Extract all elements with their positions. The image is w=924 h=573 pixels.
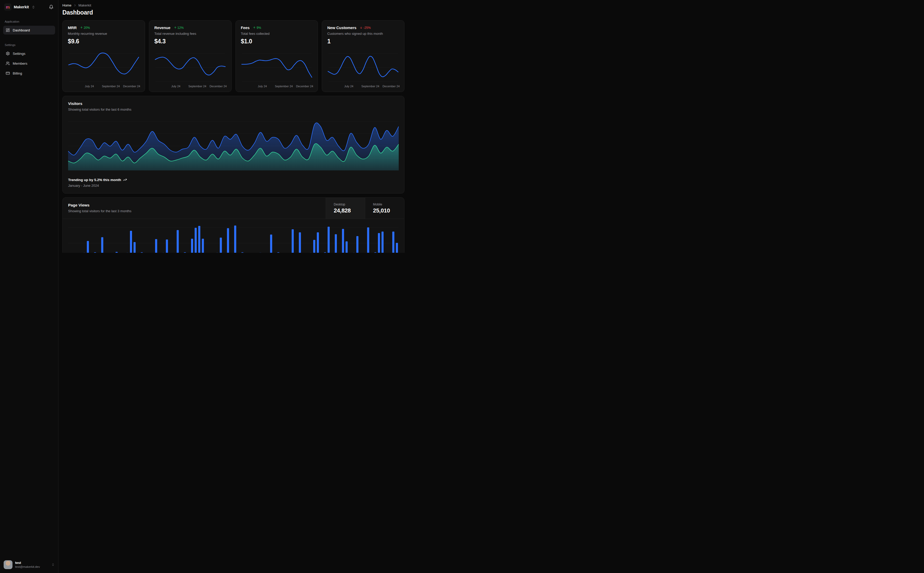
stat-title: New Customers — [327, 25, 356, 30]
stat-value: $9.6 — [68, 38, 140, 45]
trend-badge: 9% — [253, 26, 261, 30]
stat-subtitle: Total fees collected — [241, 32, 313, 36]
stat-title: MRR — [68, 25, 77, 30]
arrow-up-icon — [174, 26, 177, 29]
visitors-subtitle: Showing total visitors for the last 6 mo… — [68, 108, 399, 111]
sidebar: m Makerkit Application Dashboard Setting… — [0, 0, 58, 253]
sparkline-x-axis: July 24 September 24 December 24 — [68, 85, 140, 89]
sparkline-x-axis: July 24 September 24 December 24 — [241, 85, 313, 89]
stat-value: $1.0 — [241, 38, 313, 45]
page-title: Dashboard — [63, 9, 405, 16]
arrow-down-icon — [360, 26, 362, 29]
bell-icon[interactable] — [48, 4, 55, 10]
tab-label: Mobile — [373, 203, 404, 206]
nav-section-label: Application — [3, 20, 55, 23]
page-views-title: Page Views — [68, 203, 320, 207]
sidebar-item-dashboard[interactable]: Dashboard — [3, 26, 55, 34]
stat-card-new-customers: New Customers -25% Customers who signed … — [322, 20, 405, 92]
workspace-name: Makerkit — [14, 5, 29, 9]
page-views-bar-chart — [68, 219, 399, 253]
visitors-footer: Trending up by 5.2% this month — [68, 178, 399, 182]
credit-card-icon — [6, 71, 10, 75]
visitors-period: January - June 2024 — [68, 184, 399, 188]
visitors-area-chart — [68, 119, 399, 171]
tab-mobile[interactable]: Mobile 25,010 — [365, 198, 404, 219]
sidebar-item-label: Members — [13, 61, 27, 66]
main-content: Home Makerkit Dashboard MRR 20% Monthly … — [58, 0, 408, 253]
mrr-sparkline-chart — [68, 49, 140, 82]
trend-badge: 12% — [174, 26, 184, 30]
dashboard-icon — [6, 28, 10, 32]
chevron-right-icon — [73, 4, 77, 7]
arrow-up-icon — [80, 26, 83, 29]
revenue-sparkline-chart — [154, 49, 226, 82]
sidebar-item-settings[interactable]: Settings — [3, 49, 55, 58]
stat-value: 1 — [327, 38, 399, 45]
sidebar-item-members[interactable]: Members — [3, 59, 55, 68]
breadcrumb-current: Makerkit — [78, 3, 91, 7]
sidebar-item-label: Settings — [13, 52, 25, 56]
nav-section-application: Application Dashboard — [0, 13, 58, 36]
sparkline-x-axis: July 24 September 24 December 24 — [154, 85, 226, 89]
trend-badge: 20% — [80, 26, 90, 30]
stat-card-revenue: Revenue 12% Total revenue including fees… — [149, 20, 232, 92]
stats-row: MRR 20% Monthly recurring revenue $9.6 J… — [63, 20, 405, 92]
stat-card-mrr: MRR 20% Monthly recurring revenue $9.6 J… — [63, 20, 145, 92]
nav-section-settings: Settings Settings Members Billing — [0, 36, 58, 79]
stat-subtitle: Customers who signed up this month — [327, 32, 399, 36]
stat-title: Fees — [241, 25, 250, 30]
new-customers-sparkline-chart — [327, 49, 399, 82]
workspace-switcher[interactable]: m Makerkit — [0, 0, 58, 13]
fees-sparkline-chart — [241, 49, 313, 82]
nav-section-label: Settings — [3, 43, 55, 47]
sparkline-x-axis: July 24 September 24 December 24 — [327, 85, 399, 89]
stat-subtitle: Total revenue including fees — [154, 32, 226, 36]
visitors-card: Visitors Showing total visitors for the … — [63, 96, 405, 194]
sidebar-item-label: Billing — [13, 71, 22, 75]
page-views-header: Page Views Showing total visitors for th… — [63, 198, 404, 219]
breadcrumb-home-link[interactable]: Home — [63, 3, 72, 7]
visitors-title: Visitors — [68, 101, 399, 106]
page-views-card: Page Views Showing total visitors for th… — [63, 197, 405, 253]
users-icon — [6, 61, 10, 66]
gear-icon — [6, 52, 10, 56]
page-views-subtitle: Showing total visitors for the last 3 mo… — [68, 209, 320, 213]
trending-up-icon — [123, 178, 127, 182]
tab-value: 24,828 — [334, 207, 365, 214]
makerkit-logo: m — [4, 3, 11, 11]
stat-value: $4.3 — [154, 38, 226, 45]
arrow-up-icon — [253, 26, 256, 29]
tab-desktop[interactable]: Desktop 24,828 — [326, 198, 365, 219]
sidebar-item-label: Dashboard — [13, 28, 30, 32]
chevrons-up-down-icon — [32, 5, 35, 9]
tab-label: Desktop — [334, 203, 365, 206]
tab-value: 25,010 — [373, 207, 404, 214]
stat-subtitle: Monthly recurring revenue — [68, 32, 140, 36]
stat-card-fees: Fees 9% Total fees collected $1.0 July 2… — [235, 20, 318, 92]
sidebar-item-billing[interactable]: Billing — [3, 69, 55, 78]
breadcrumb: Home Makerkit — [63, 3, 405, 7]
trend-badge: -25% — [360, 26, 371, 30]
stat-title: Revenue — [154, 25, 171, 30]
